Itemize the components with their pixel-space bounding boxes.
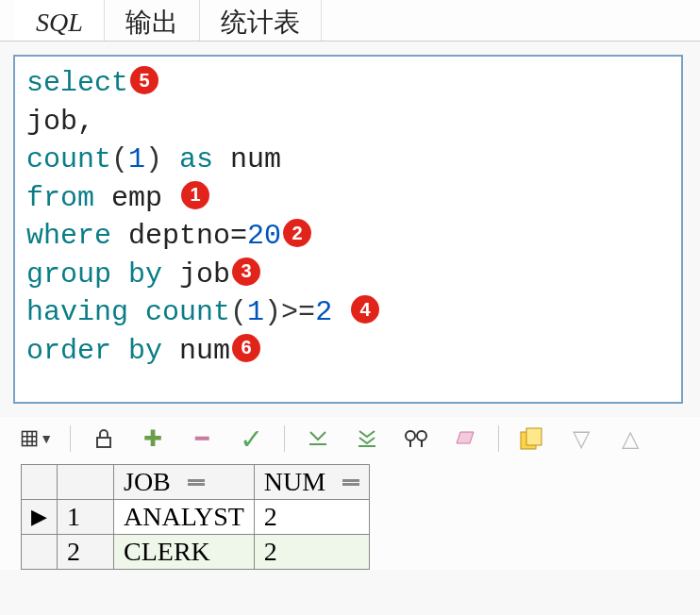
badge-4: 4 xyxy=(351,295,379,324)
result-toolbar: ▼ ✚ ━ ✓ ▽ △ xyxy=(0,417,700,464)
eraser-icon[interactable] xyxy=(449,423,481,455)
result-grid[interactable]: JOB NUM ▶ 1 ANALYST 2 2 CLERK 2 xyxy=(21,464,370,570)
delete-row-icon[interactable]: ━ xyxy=(186,423,218,455)
badge-6: 6 xyxy=(232,334,260,362)
kw-having: having xyxy=(26,296,128,328)
svg-point-9 xyxy=(417,431,426,440)
grid-options-icon[interactable]: ▼ xyxy=(21,423,53,455)
sql-editor[interactable]: select5 job, count(1) as num from emp 1 … xyxy=(13,55,683,404)
rownum-cell: 1 xyxy=(58,500,114,535)
row-pointer-icon xyxy=(22,535,58,570)
cell-job[interactable]: ANALYST xyxy=(114,500,255,535)
kw-orderby: order by xyxy=(26,335,162,367)
table-row[interactable]: 2 CLERK 2 xyxy=(22,535,370,570)
cell-num[interactable]: 2 xyxy=(254,500,369,535)
fetch-next-icon[interactable] xyxy=(302,423,334,455)
svg-marker-12 xyxy=(457,432,474,443)
col-job[interactable]: JOB xyxy=(114,465,255,500)
grip-icon xyxy=(188,479,205,490)
grip-icon xyxy=(342,479,359,490)
row-pointer-icon: ▶ xyxy=(22,500,58,535)
header-row: JOB NUM xyxy=(22,465,370,500)
cell-num[interactable]: 2 xyxy=(254,535,369,570)
badge-3: 3 xyxy=(232,258,260,286)
corner-cell xyxy=(22,465,58,500)
kw-from: from xyxy=(26,182,94,214)
find-icon[interactable] xyxy=(400,423,432,455)
fetch-all-icon[interactable] xyxy=(351,423,383,455)
commit-icon[interactable]: ✓ xyxy=(235,423,267,455)
kw-select: select xyxy=(26,67,128,99)
lock-icon[interactable] xyxy=(88,423,120,455)
kw-groupby: group by xyxy=(26,258,162,291)
kw-where: where xyxy=(26,220,111,252)
svg-rect-14 xyxy=(526,428,542,445)
ident-job: job, xyxy=(26,106,94,138)
export-icon[interactable] xyxy=(516,423,548,455)
svg-rect-0 xyxy=(23,431,37,445)
result-grid-wrap: JOB NUM ▶ 1 ANALYST 2 2 CLERK 2 xyxy=(0,464,700,570)
col-num[interactable]: NUM xyxy=(254,465,369,500)
rownum-cell: 2 xyxy=(58,535,114,570)
svg-rect-5 xyxy=(97,438,110,447)
divider xyxy=(284,425,285,452)
badge-5: 5 xyxy=(130,66,158,94)
cell-job[interactable]: CLERK xyxy=(114,535,255,570)
tab-sql[interactable]: SQL xyxy=(15,0,105,41)
nav-down-icon[interactable]: ▽ xyxy=(565,423,597,455)
rownum-header xyxy=(58,465,114,500)
table-row[interactable]: ▶ 1 ANALYST 2 xyxy=(22,500,370,535)
divider xyxy=(498,425,499,452)
add-row-icon[interactable]: ✚ xyxy=(137,423,169,455)
tab-stats[interactable]: 统计表 xyxy=(200,0,322,41)
tab-output[interactable]: 输出 xyxy=(105,0,200,41)
kw-count: count xyxy=(26,143,111,175)
svg-point-8 xyxy=(406,431,415,440)
divider xyxy=(70,425,71,452)
tab-bar: SQL 输出 统计表 xyxy=(0,0,700,42)
nav-up-icon[interactable]: △ xyxy=(614,423,646,455)
badge-2: 2 xyxy=(283,219,311,247)
badge-1: 1 xyxy=(181,181,209,209)
